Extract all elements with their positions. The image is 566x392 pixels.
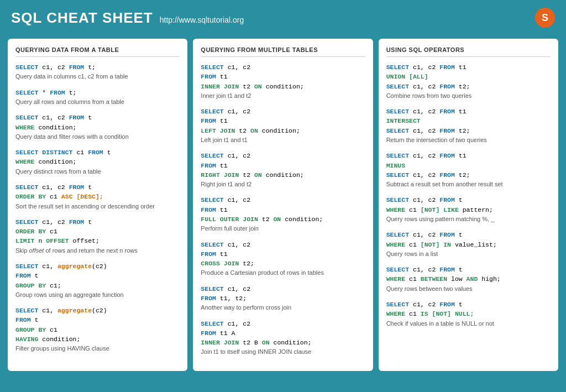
code: FROM t1, t2; <box>201 294 365 303</box>
header-left: SQL CHEAT SHEET http://www.sqltutorial.o… <box>11 9 244 27</box>
code: SELECT c1, c2 FROM t <box>386 195 551 205</box>
code: FROM t1 A <box>201 328 365 338</box>
code: SELECT c1, c2 FROM t2; <box>386 126 551 135</box>
section-1-7: SELECT c1, aggregate(c2) FROM t GROUP BY… <box>15 262 180 299</box>
header-url: http://www.sqltutorial.org <box>160 15 244 24</box>
code: SELECT c1, c2 FROM t <box>15 113 180 122</box>
desc: Query distinct rows from a table <box>15 168 180 176</box>
desc: Return the intersection of two queries <box>386 136 551 144</box>
code: WHERE c1 [NOT] IN value_list; <box>386 240 551 249</box>
code: FROM t <box>15 271 180 280</box>
code: RIGHT JOIN t2 ON condition; <box>201 170 365 180</box>
section-1-5: SELECT c1, c2 FROM t ORDER BY c1 ASC [DE… <box>15 182 180 211</box>
desc: Perform full outer join <box>201 224 365 233</box>
section-1-3: SELECT c1, c2 FROM t WHERE condition; Qu… <box>15 113 180 141</box>
code: INNER JOIN t2 B ON condition; <box>201 338 365 347</box>
desc: Sort the result set in ascending or desc… <box>15 202 180 211</box>
code: FULL OUTER JOIN t2 ON condition; <box>201 215 365 224</box>
code: SELECT c1, c2 FROM t2; <box>386 170 551 180</box>
code: WHERE condition; <box>15 157 180 166</box>
code: SELECT c1, c2 FROM t <box>386 230 551 239</box>
code: LIMIT n OFFSET offset; <box>15 236 180 245</box>
panel-1-title: QUERYING DATA FROM A TABLE <box>15 46 180 57</box>
code: FROM t1 <box>201 161 365 170</box>
code: WHERE c1 BETWEEN low AND high; <box>386 274 551 284</box>
section-2-1: SELECT c1, c2 FROM t1 INNER JOIN t2 ON c… <box>201 62 365 100</box>
panel-2-title: QUERYING FROM MULTIPLE TABLES <box>201 46 365 57</box>
desc: Join t1 to itself using INNER JOIN claus… <box>201 348 365 356</box>
desc: Group rows using an aggregate function <box>15 291 180 299</box>
section-2-3: SELECT c1, c2 FROM t1 RIGHT JOIN t2 ON c… <box>201 151 365 189</box>
section-1-1: SELECT c1, c2 FROM t; Query data in colu… <box>15 62 180 81</box>
panel-3-title: USING SQL OPERATORS <box>386 46 551 57</box>
code: SELECT c1, c2 <box>201 62 365 72</box>
code: SELECT c1, c2 FROM t1 <box>386 151 551 160</box>
desc: Query all rows and columns from a table <box>15 98 180 106</box>
code: SELECT * FROM t; <box>15 88 180 97</box>
code: LEFT JOIN t2 ON condition; <box>201 126 365 135</box>
code: SELECT c1, c2 FROM t <box>15 217 180 227</box>
code: SELECT c1, c2 FROM t1 <box>386 107 551 116</box>
code: ORDER BY c1 ASC [DESC]; <box>15 192 180 201</box>
code: ORDER BY c1 <box>15 227 180 236</box>
code: SELECT c1, c2 FROM t <box>386 300 551 309</box>
code: CROSS JOIN t2; <box>201 259 365 268</box>
section-3-3: SELECT c1, c2 FROM t1 MINUS SELECT c1, c… <box>386 151 551 189</box>
desc: Check if values in a table is NULL or no… <box>386 320 551 328</box>
code: GROUP BY c1; <box>15 281 180 290</box>
header: SQL CHEAT SHEET http://www.sqltutorial.o… <box>0 0 566 33</box>
code: UNION [ALL] <box>386 72 551 81</box>
desc: Skip offset of rows and return the next … <box>15 247 180 255</box>
desc: Query data in columns c1, c2 from a tabl… <box>15 72 180 81</box>
desc: Query rows between two values <box>386 285 551 293</box>
panel-querying-multiple: QUERYING FROM MULTIPLE TABLES SELECT c1,… <box>193 39 373 371</box>
content-area: QUERYING DATA FROM A TABLE SELECT c1, c2… <box>0 33 566 379</box>
desc: Another way to perform cross join <box>201 304 365 312</box>
code: FROM t <box>15 315 180 325</box>
code: SELECT c1, c2 <box>201 195 365 205</box>
section-3-4: SELECT c1, c2 FROM t WHERE c1 [NOT] LIKE… <box>386 195 551 223</box>
code: SELECT c1, c2 <box>201 107 365 116</box>
desc: Filter groups using HAVING clause <box>15 344 180 353</box>
panel-querying-single: QUERYING DATA FROM A TABLE SELECT c1, c2… <box>8 39 187 371</box>
page-title: SQL CHEAT SHEET <box>11 9 153 27</box>
code: FROM t1 <box>201 249 365 259</box>
desc: Combine rows from two queries <box>386 92 551 100</box>
section-1-2: SELECT * FROM t; Query all rows and colu… <box>15 88 180 107</box>
section-2-2: SELECT c1, c2 FROM t1 LEFT JOIN t2 ON co… <box>201 107 365 144</box>
code: WHERE condition; <box>15 123 180 132</box>
code: SELECT c1, c2 FROM t2; <box>386 82 551 91</box>
code: SELECT c1, aggregate(c2) <box>15 306 180 315</box>
code: SELECT c1, c2 FROM t1 <box>386 62 551 72</box>
code: INTERSECT <box>386 116 551 126</box>
section-3-1: SELECT c1, c2 FROM t1 UNION [ALL] SELECT… <box>386 62 551 100</box>
section-3-5: SELECT c1, c2 FROM t WHERE c1 [NOT] IN v… <box>386 230 551 258</box>
section-1-8: SELECT c1, aggregate(c2) FROM t GROUP BY… <box>15 306 180 353</box>
desc: Query rows in a list <box>386 250 551 258</box>
section-3-2: SELECT c1, c2 FROM t1 INTERSECT SELECT c… <box>386 107 551 144</box>
section-1-4: SELECT DISTINCT c1 FROM t WHERE conditio… <box>15 148 180 176</box>
desc: Left join t1 and t1 <box>201 136 365 144</box>
code: GROUP BY c1 <box>15 325 180 334</box>
desc: Right join t1 and t2 <box>201 180 365 189</box>
code: SELECT c1, c2 <box>201 284 365 294</box>
code: WHERE c1 IS [NOT] NULL; <box>386 309 551 318</box>
code: SELECT c1, aggregate(c2) <box>15 262 180 271</box>
desc: Produce a Cartesian product of rows in t… <box>201 269 365 277</box>
section-3-6: SELECT c1, c2 FROM t WHERE c1 BETWEEN lo… <box>386 265 551 293</box>
code: WHERE c1 [NOT] LIKE pattern; <box>386 205 551 215</box>
panel-sql-operators: USING SQL OPERATORS SELECT c1, c2 FROM t… <box>379 39 558 371</box>
code: SELECT c1, c2 FROM t <box>15 182 180 192</box>
code: SELECT c1, c2 FROM t; <box>15 62 180 72</box>
code: SELECT c1, c2 <box>201 240 365 249</box>
site-logo: S <box>535 8 555 28</box>
desc: Query data and filter rows with a condit… <box>15 133 180 141</box>
code: HAVING condition; <box>15 334 180 344</box>
section-2-5: SELECT c1, c2 FROM t1 CROSS JOIN t2; Pro… <box>201 240 365 278</box>
section-3-7: SELECT c1, c2 FROM t WHERE c1 IS [NOT] N… <box>386 300 551 328</box>
code: SELECT c1, c2 <box>201 151 365 160</box>
code: MINUS <box>386 161 551 170</box>
code: INNER JOIN t2 ON condition; <box>201 82 365 91</box>
code: SELECT c1, c2 <box>201 319 365 328</box>
desc: Subtract a result set from another resul… <box>386 180 551 189</box>
